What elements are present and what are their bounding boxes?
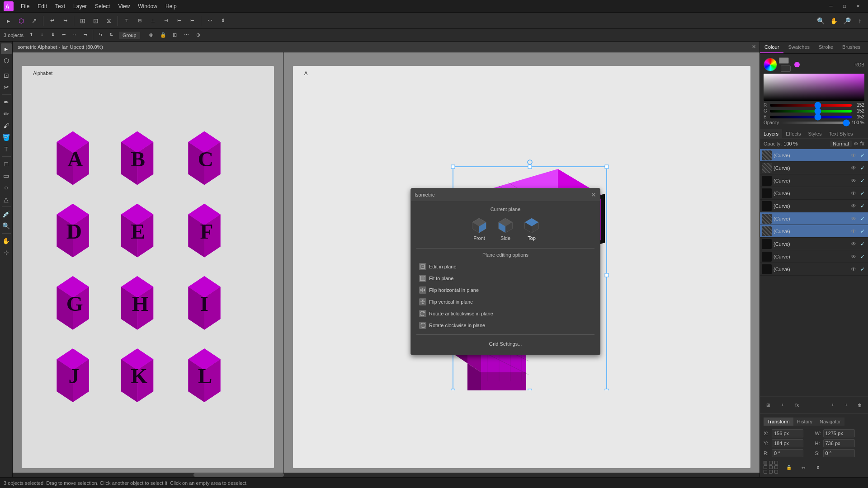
dist-h-btn[interactable]: ⇆ bbox=[95, 30, 105, 39]
tab-colour[interactable]: Colour bbox=[760, 42, 783, 53]
polygon-tool[interactable]: △ bbox=[1, 194, 12, 205]
menu-text[interactable]: Text bbox=[52, 2, 69, 11]
fill-tool[interactable]: 🪣 bbox=[1, 132, 12, 143]
pencil-tool[interactable]: ✏ bbox=[1, 108, 12, 119]
r-input[interactable] bbox=[772, 449, 803, 457]
view-zoom2[interactable]: 🔎 bbox=[840, 14, 853, 27]
flip-h-plane-option[interactable]: Flip horizontal in plane bbox=[416, 285, 594, 296]
undo-btn[interactable]: ↩ bbox=[46, 14, 58, 27]
menu-file[interactable]: File bbox=[17, 2, 33, 11]
flip-v[interactable]: ⇕ bbox=[217, 14, 229, 27]
layer-item[interactable]: (Curve) 👁 ✓ bbox=[760, 238, 868, 250]
layer-check[interactable]: ✓ bbox=[859, 266, 866, 273]
window-maximize[interactable]: □ bbox=[838, 0, 851, 13]
expand-btn[interactable]: ⊕ bbox=[193, 31, 203, 40]
layer-check[interactable]: ✓ bbox=[859, 202, 866, 210]
tab-stroke[interactable]: Stroke bbox=[814, 42, 838, 53]
color-wheel[interactable] bbox=[764, 58, 777, 71]
iso-plane-side[interactable]: Side bbox=[497, 216, 514, 241]
layer-visibility[interactable]: 👁 bbox=[850, 152, 857, 159]
rect-tool[interactable]: ▭ bbox=[1, 170, 12, 181]
flip-v-plane-option[interactable]: Flip vertical in plane bbox=[416, 296, 594, 307]
node-tool[interactable]: ⬡ bbox=[1, 55, 12, 66]
document-close-btn[interactable]: ✕ bbox=[752, 44, 756, 50]
text-tool[interactable]: T bbox=[1, 144, 12, 155]
move-down-btn[interactable]: + bbox=[840, 399, 853, 411]
blend-mode-dropdown[interactable]: Normal bbox=[830, 141, 851, 147]
layers-settings-btn[interactable]: ⊞ bbox=[762, 399, 774, 411]
view-zoom[interactable]: 🔍 bbox=[814, 14, 827, 27]
g-slider[interactable] bbox=[770, 110, 852, 113]
layer-visibility[interactable]: 👁 bbox=[850, 240, 857, 248]
layer-item[interactable]: (Curve) 👁 ✓ bbox=[760, 212, 868, 225]
tab-styles[interactable]: Styles bbox=[804, 129, 825, 138]
group-button[interactable]: Group bbox=[119, 32, 140, 39]
tab-layers[interactable]: Layers bbox=[760, 129, 782, 138]
flip-h-transform-btn[interactable]: ⇔ bbox=[797, 461, 810, 474]
more-btn[interactable]: ⋯ bbox=[182, 31, 192, 40]
pen-tool[interactable]: ✒ bbox=[1, 97, 12, 108]
select-move-tool[interactable]: ▸ bbox=[1, 43, 12, 54]
add-layer-btn[interactable]: + bbox=[776, 399, 789, 411]
lock-btn[interactable]: 🔒 bbox=[158, 31, 168, 40]
iso-plane-front[interactable]: Front bbox=[471, 216, 488, 241]
dist-v-btn[interactable]: ⇅ bbox=[106, 30, 116, 39]
align-bottom[interactable]: ⊥ bbox=[146, 14, 159, 27]
window-close[interactable]: ✕ bbox=[852, 0, 864, 13]
zoom-tool[interactable]: 🔍 bbox=[1, 221, 12, 231]
layer-visibility[interactable]: 👁 bbox=[850, 177, 857, 184]
align-ctr-btn[interactable]: ↔ bbox=[70, 30, 80, 39]
delete-layer-btn[interactable]: 🗑 bbox=[854, 399, 866, 411]
layer-item[interactable]: (Curve) 👁 ✓ bbox=[760, 162, 868, 174]
menu-window[interactable]: Window bbox=[134, 2, 161, 11]
view-hand[interactable]: ✋ bbox=[827, 14, 840, 27]
align-rgt-btn[interactable]: ➡ bbox=[80, 30, 90, 39]
menu-select[interactable]: Select bbox=[91, 2, 113, 11]
layer-visibility[interactable]: 👁 bbox=[850, 228, 857, 235]
menu-help[interactable]: Help bbox=[162, 2, 180, 11]
w-input[interactable] bbox=[823, 429, 855, 437]
hand-tool[interactable]: ✋ bbox=[1, 235, 12, 246]
iso-plane-top[interactable]: Top bbox=[523, 216, 540, 241]
window-minimize[interactable]: ─ bbox=[825, 0, 837, 13]
align-right[interactable]: ⊢ bbox=[186, 14, 198, 27]
fit-to-plane-option[interactable]: Fit to plane bbox=[416, 273, 594, 284]
layer-fx-btn[interactable]: fx bbox=[860, 141, 864, 147]
redo-btn[interactable]: ↪ bbox=[59, 14, 71, 27]
edit-in-plane-option[interactable]: Edit in plane bbox=[416, 261, 594, 272]
history-tab[interactable]: History bbox=[793, 418, 816, 426]
rotate-ccw-option[interactable]: Rotate anticlockwise in plane bbox=[416, 308, 594, 319]
layer-item[interactable]: (Curve) 👁 ✓ bbox=[760, 174, 868, 187]
b-slider[interactable] bbox=[770, 116, 852, 118]
shape-tool[interactable]: □ bbox=[1, 159, 12, 169]
select-tool[interactable]: ▸ bbox=[2, 14, 14, 27]
align-top-btn[interactable]: ⬆ bbox=[26, 30, 36, 39]
layer-check[interactable]: ✓ bbox=[859, 215, 866, 222]
tab-swatches[interactable]: Swatches bbox=[783, 42, 814, 53]
snap-btn[interactable]: ⊡ bbox=[90, 14, 102, 27]
visibility-btn[interactable]: 👁 bbox=[146, 31, 156, 40]
opacity-slider[interactable] bbox=[781, 122, 850, 124]
lock-aspect-btn[interactable]: 🔒 bbox=[783, 461, 795, 474]
fg-color-swatch[interactable] bbox=[779, 57, 789, 64]
view-publish[interactable]: ↑ bbox=[854, 14, 866, 27]
layer-check[interactable]: ✓ bbox=[859, 253, 866, 260]
grid-btn[interactable]: ⊞ bbox=[76, 14, 89, 27]
transform-tab[interactable]: Transform bbox=[764, 418, 793, 426]
align-mid-btn[interactable]: ↕ bbox=[37, 30, 47, 39]
layer-visibility[interactable]: 👁 bbox=[850, 266, 857, 273]
s-input[interactable] bbox=[823, 449, 855, 457]
slice-tool[interactable]: ✂ bbox=[1, 82, 12, 93]
layer-check[interactable]: ✓ bbox=[859, 190, 866, 197]
align-center[interactable]: ⊢ bbox=[173, 14, 185, 27]
layer-visibility[interactable]: 👁 bbox=[850, 253, 857, 260]
align-top[interactable]: ⊤ bbox=[120, 14, 133, 27]
rotate-cw-option[interactable]: Rotate clockwise in plane bbox=[416, 320, 594, 331]
snapping-btn[interactable]: ⧖ bbox=[103, 14, 115, 27]
layer-item[interactable]: (Curve) 👁 ✓ bbox=[760, 250, 868, 263]
color-mode-label[interactable]: RGB bbox=[854, 62, 864, 67]
layer-check[interactable]: ✓ bbox=[859, 177, 866, 184]
y-input[interactable] bbox=[772, 439, 803, 447]
layer-check[interactable]: ✓ bbox=[859, 152, 866, 159]
fx-layer-btn[interactable]: fx bbox=[791, 399, 803, 411]
